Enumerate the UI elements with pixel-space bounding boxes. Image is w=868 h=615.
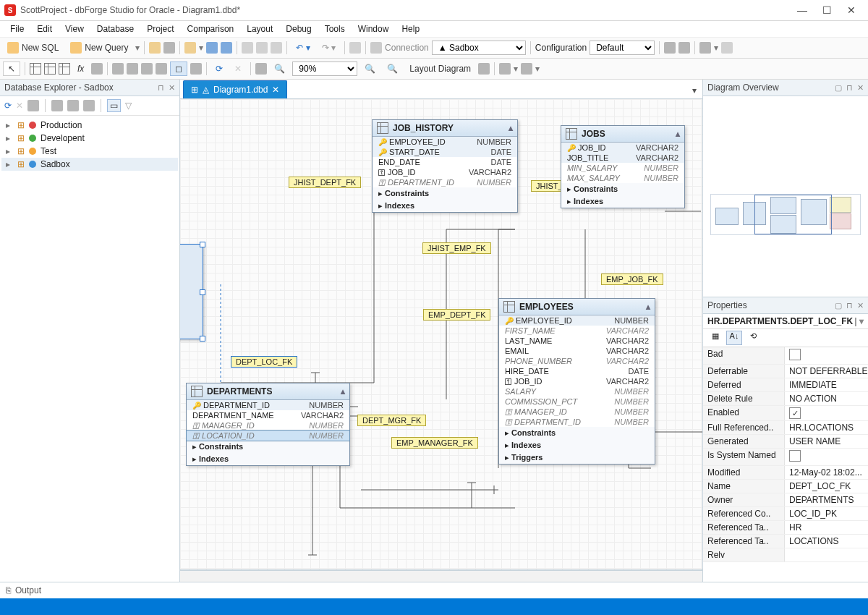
close-panel-icon[interactable]: ✕ [857,301,864,310]
fk-label-jhist-dept[interactable]: JHIST_DEPT_FK [289,177,361,188]
column-phone_number[interactable]: PHONE_NUMBERVARCHAR2 [499,356,655,366]
maximize-button[interactable]: ☐ [814,4,839,16]
menu-file[interactable]: File [4,22,30,35]
window-icon[interactable]: ▢ [835,83,842,93]
config-select[interactable]: Default [590,41,655,55]
tree-item-sadbox[interactable]: ▸⊞Sadbox [1,158,178,171]
toolbar-icon[interactable] [478,63,490,75]
entity-departments[interactable]: DEPARTMENTS▴🔑 DEPARTMENT_IDNUMBERDEPARTM… [186,383,350,466]
toolbar-icon[interactable] [678,42,690,54]
column-hire_date[interactable]: HIRE_DATEDATE [499,366,655,376]
fk-label-dept-mgr[interactable]: DEPT_MGR_FK [357,415,426,426]
tab-menu-icon[interactable]: ▾ [686,82,702,98]
prop-row[interactable]: Modified12-May-02 18:02... [703,466,868,480]
prop-row[interactable]: Full Referenced..HR.LOCATIONS [703,421,868,435]
prop-row[interactable]: Referenced Ta..LOCATIONS [703,535,868,548]
note-tool[interactable]: ◻ [170,62,187,76]
delete-button[interactable]: ✕ [230,62,246,75]
fold-indexes[interactable]: ▸ Indexes [373,200,517,212]
column-min_salary[interactable]: MIN_SALARYNUMBER [561,163,684,173]
prop-row[interactable]: Delete RuleNO ACTION [703,392,868,406]
undo-button[interactable]: ↶ ▾ [292,41,314,54]
expand-icon[interactable]: ▸ [6,120,13,130]
layout-diagram-button[interactable]: Layout Diagram [405,62,475,75]
fold-indexes[interactable]: ▸ Indexes [499,439,655,451]
close-panel-icon[interactable]: ✕ [169,83,175,93]
tree-item-developent[interactable]: ▸⊞Developent [1,132,178,145]
toolbar-icon[interactable] [499,63,511,75]
fold-constraints[interactable]: ▸ Constraints [499,427,655,439]
property-grid[interactable]: BadDeferrableNOT DEFERRABLEDeferredIMMED… [703,347,868,582]
tree-item-production[interactable]: ▸⊞Production [1,119,178,132]
redo-button[interactable]: ↷ ▾ [318,41,340,54]
column-end_date[interactable]: END_DATEDATE [373,157,517,167]
fk-label-emp-mgr[interactable]: EMP_MANAGER_FK [391,437,478,449]
column-max_salary[interactable]: MAX_SALARYNUMBER [561,173,684,183]
toolbar-icon[interactable] [141,63,153,75]
toolbar-icon[interactable] [190,63,202,75]
expand-icon[interactable]: ▸ [6,133,13,143]
save-icon[interactable] [206,42,218,54]
diagram-canvas[interactable]: JHIST_DEPT_FK JHIST_JOB_FK JHIST_EMP_FK … [180,99,702,570]
column-manager_id[interactable]: ⚿ MANAGER_IDNUMBER [499,407,655,417]
zoom-select[interactable]: 90% [292,62,357,76]
toolbar-icon[interactable] [112,63,124,75]
expand-icon[interactable]: ▸ [6,159,13,169]
refresh-icon[interactable]: ⟳ [4,101,12,111]
grid-icon[interactable] [59,63,70,75]
delete-icon[interactable]: ✕ [16,101,23,111]
column-salary[interactable]: SALARYNUMBER [499,386,655,396]
close-button[interactable]: ✕ [839,4,864,16]
prop-row[interactable]: DeferrableNOT DEFERRABLE [703,365,868,378]
menu-database[interactable]: Database [91,22,140,35]
column-employee_id[interactable]: 🔑 EMPLOYEE_IDNUMBER [373,137,517,147]
column-job_title[interactable]: JOB_TITLEVARCHAR2 [561,153,684,163]
collapse-icon[interactable]: ▴ [646,302,650,312]
prop-row[interactable]: NameDEPT_LOC_FK [703,480,868,493]
connection-tree[interactable]: ▸⊞Production▸⊞Developent▸⊞Test▸⊞Sadbox [0,116,179,582]
prop-row[interactable]: Referenced Ta..HR [703,521,868,535]
folder-icon[interactable] [184,42,196,54]
column-last_name[interactable]: LAST_NAMEVARCHAR2 [499,336,655,346]
collapse-icon[interactable]: ▴ [509,123,513,133]
save-all-icon[interactable] [221,42,232,54]
new-query-button[interactable]: New Query [66,41,132,55]
menu-edit[interactable]: Edit [31,22,58,35]
grid-icon[interactable] [44,63,56,75]
filter-icon[interactable]: ▽ [125,101,132,111]
tab-diagram[interactable]: ⊞ ◬ Diagram1.dbd ✕ [183,80,287,98]
column-job_id[interactable]: 🔑 JOB_IDVARCHAR2 [561,143,684,153]
column-start_date[interactable]: 🔑 START_DATEDATE [373,147,517,157]
column-department_id[interactable]: 🔑 DEPARTMENT_IDNUMBER [187,400,349,410]
prop-row[interactable]: Is System Named [703,449,868,466]
checkbox[interactable] [789,349,801,360]
prop-row[interactable]: Enabled✓ [703,406,868,421]
toolbar-icon[interactable] [699,42,711,54]
toolbar-icon[interactable] [51,100,63,111]
toolbar-icon[interactable] [349,42,361,54]
column-job_id[interactable]: ⚿ JOB_IDVARCHAR2 [499,376,655,386]
fx-button[interactable]: fx [73,62,88,75]
tree-item-test[interactable]: ▸⊞Test [1,145,178,158]
overview-canvas[interactable] [703,96,868,297]
toolbar-icon[interactable] [67,100,79,111]
paste-icon[interactable] [271,42,282,54]
fk-label-dept-loc[interactable]: DEPT_LOC_FK [231,356,297,368]
column-location_id[interactable]: ⚿ LOCATION_IDNUMBER [187,430,349,441]
fold-constraints[interactable]: ▸ Constraints [561,183,684,195]
prop-row[interactable]: OwnerDEPARTMENTS [703,493,868,507]
toolbar-icon[interactable] [521,63,532,75]
collapse-icon[interactable]: ▴ [341,386,345,396]
cut-icon[interactable] [242,42,253,54]
toolbar-icon[interactable] [721,42,733,54]
column-manager_id[interactable]: ⚿ MANAGER_IDNUMBER [187,420,349,430]
connection-select[interactable]: ▲ Sadbox [432,41,526,55]
pin-icon[interactable]: ⊓ [846,301,853,310]
fold-constraints[interactable]: ▸ Constraints [187,441,349,453]
close-panel-icon[interactable]: ✕ [857,83,864,93]
menu-tools[interactable]: Tools [319,22,351,35]
refresh-button[interactable]: ⟳ [211,62,227,75]
zoom-out-icon[interactable]: 🔍 [383,62,402,75]
column-department_id[interactable]: ⚿ DEPARTMENT_IDNUMBER [373,177,517,187]
menu-window[interactable]: Window [352,22,395,35]
